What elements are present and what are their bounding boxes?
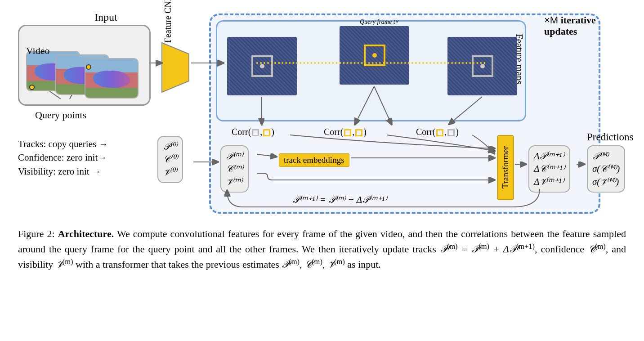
corr-label: Corr(,)	[416, 127, 459, 137]
delta-box: Δ𝒫⁽ᵐ⁺¹⁾ Δ𝒞⁽ᵐ⁺¹⁾ Δ𝒱⁽ᵐ⁺¹⁾	[528, 145, 570, 193]
visibility-init-label: Visibility: zero init	[18, 166, 89, 177]
iterative-updates-label: ×M iterativeupdates	[544, 14, 596, 37]
feature-map-frame	[227, 37, 297, 95]
update-equation: 𝒫⁽ᵐ⁺¹⁾ = 𝒫⁽ᵐ⁾ + Δ𝒫⁽ᵐ⁺¹⁾	[292, 194, 387, 206]
corr-label: Corr(,)	[232, 127, 274, 137]
predictions-box: 𝒫⁽ᴹ⁾ σ(𝒞⁽ᴹ⁾) σ(𝒱⁽ᴹ⁾)	[587, 145, 625, 193]
track-embeddings-label: track embeddings	[279, 153, 349, 167]
feature-map-frame	[447, 37, 517, 95]
state-m-box: 𝒫⁽ᵐ⁾ 𝒞⁽ᵐ⁾ 𝒱⁽ᵐ⁾	[220, 145, 249, 193]
input-title: Input	[94, 11, 117, 23]
transformer-block: Transformer	[497, 135, 514, 200]
query-frame-label: Query frame tᵍ	[360, 18, 398, 26]
figure-caption: Figure 2: Architecture. We compute convo…	[18, 227, 626, 272]
query-point-icon	[86, 64, 91, 70]
query-point-icon	[29, 85, 35, 90]
feature-map-query-frame	[340, 26, 409, 85]
query-points-label: Query points	[35, 109, 86, 121]
state-init-box: 𝒫⁽⁰⁾ 𝒞⁽⁰⁾ 𝒱⁽⁰⁾	[157, 136, 183, 183]
corr-label: Corr(,)	[324, 127, 367, 137]
feature-cnn-icon	[160, 34, 196, 101]
feature-cnn-label: Feature CNN	[163, 0, 173, 43]
init-labels: Tracks: copy queries → Confidence: zero …	[18, 137, 108, 178]
tracks-init-label: Tracks: copy queries	[18, 139, 96, 149]
svg-marker-0	[162, 43, 189, 92]
predictions-title: Predictions	[587, 131, 634, 143]
video-label: Video	[26, 45, 49, 57]
architecture-figure: Input Video Query points Tracks: copy qu…	[18, 9, 626, 220]
tracking-line-icon	[256, 62, 486, 64]
confidence-init-label: Confidence: zero init	[18, 152, 98, 163]
input-box: Video Query points	[18, 25, 151, 106]
